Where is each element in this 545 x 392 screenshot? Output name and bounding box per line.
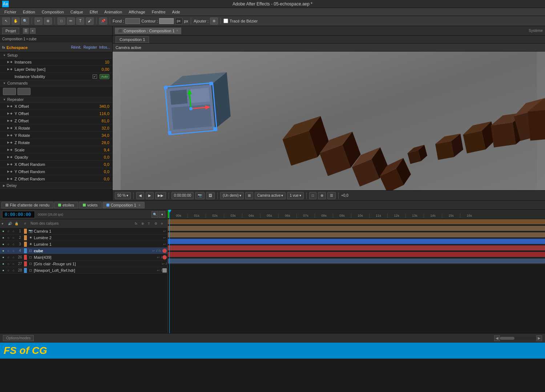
layer-row-light2[interactable]: ● ○ ○ 2 ☀ Lumière 2 ↩ [0, 234, 167, 241]
layer1-lock[interactable]: ○ [11, 229, 16, 234]
camera-orbit[interactable]: ⊕ [44, 17, 52, 25]
x-offset-row[interactable]: ▶◆ X Offset 340,0 [0, 103, 112, 110]
layer27-vis[interactable]: ● [1, 261, 6, 266]
text-tool[interactable]: T [76, 17, 84, 25]
scrollbar-thumb[interactable] [500, 337, 514, 340]
rotate-tool[interactable]: ↩ [35, 17, 43, 25]
repeater-group[interactable]: Repeater [0, 97, 112, 103]
pin-tool[interactable]: 📌 [99, 17, 107, 25]
next-frame-btn[interactable]: ▶▶ [155, 192, 166, 199]
z-rotate-row[interactable]: ▶◆ Z Rotate 28,0 [0, 139, 112, 146]
brush-tool[interactable]: 🖌 [86, 17, 94, 25]
layer4-lock[interactable]: ○ [11, 248, 16, 253]
menu-affichage[interactable]: Affichage [126, 9, 148, 15]
quality-dropdown[interactable]: (Un demi) ▾ [220, 192, 244, 199]
ajouter-btn[interactable]: ⊕ [210, 17, 218, 25]
layer26-lock[interactable]: ○ [11, 255, 16, 260]
infos-btn[interactable]: Infos... [99, 45, 110, 49]
y-offset-row[interactable]: ▶◆ Y Offset 116,0 [0, 110, 112, 117]
scroll-left-btn[interactable]: ◀ [494, 335, 500, 341]
scrollbar-track[interactable] [500, 337, 536, 340]
timeline-ruler[interactable]: 00s 01s 02s 03s 04s 05s 06s 07s 08s 09s … [168, 210, 545, 219]
register-btn[interactable]: Register [84, 45, 97, 49]
layer27-audio[interactable]: ○ [6, 261, 11, 266]
render-btn[interactable]: □ [309, 192, 316, 199]
instance-vis-row[interactable]: ▶ ◆ Instance Visibility ✓ Auto [0, 73, 112, 80]
layer-row-main[interactable]: ● ○ ○ 26 □ Main[439] ↩ / [0, 254, 167, 261]
y-offset-random-row[interactable]: ▶◆ Y Offset Random 0,0 [0, 168, 112, 175]
x-offset-random-row[interactable]: ▶◆ X Offset Random 0,0 [0, 161, 112, 168]
panel-menu-btn[interactable]: ☰ [327, 192, 336, 199]
zoom-display[interactable]: 50 % ▾ [115, 192, 131, 199]
layer2-vis[interactable]: ● [1, 235, 6, 240]
play-btn[interactable]: ▶ [146, 192, 154, 199]
time-display[interactable]: 0:00:00:00 [171, 192, 194, 199]
layer3-lock[interactable]: ○ [11, 242, 16, 247]
setup-group[interactable]: Setup [0, 52, 112, 58]
timeline-time-display[interactable]: 0:00:00:00 [2, 211, 35, 218]
view-options-btn[interactable]: ⊕ [318, 192, 326, 199]
menu-fenetre[interactable]: Fenêtre [149, 9, 169, 15]
pen-tool[interactable]: ✏ [67, 17, 75, 25]
track-row-1[interactable] [168, 219, 545, 225]
menu-composition[interactable]: Composition [39, 9, 67, 15]
layer2-audio[interactable]: ○ [6, 235, 11, 240]
layer4-vis[interactable]: ● [1, 248, 6, 253]
selection-tool[interactable]: ↖ [2, 17, 10, 25]
layer-row-gris[interactable]: ● ○ ○ 27 □ [Gris clair -Rouge uni 1] ↩ / [0, 261, 167, 267]
grid-btn[interactable]: ⊞ [245, 192, 253, 199]
fond-swatch[interactable] [125, 18, 140, 24]
prev-frame-btn[interactable]: ◀ [136, 192, 144, 199]
reinit-btn[interactable]: Réinit. [71, 45, 81, 49]
layer4-audio[interactable]: ○ [6, 248, 11, 253]
track-row-3[interactable] [168, 232, 545, 238]
menu-effet[interactable]: Effet [87, 9, 101, 15]
comp-tab-close[interactable]: × [176, 29, 178, 33]
instances-row[interactable]: ▶ ◆ Instances 10 [0, 58, 112, 66]
scale-row[interactable]: ▶◆ Scale 9,4 [0, 146, 112, 154]
z-offset-random-row[interactable]: ▶◆ Z Offset Random 0,0 [0, 175, 112, 183]
comp1-sub-tab[interactable]: Composition 1 [116, 36, 149, 43]
show-snapshot-btn[interactable]: 🖼 [206, 192, 215, 199]
comp1-tab[interactable]: Composition 1 × [102, 202, 145, 208]
track-row-26[interactable] [168, 245, 545, 251]
px-input[interactable] [175, 18, 182, 24]
commands-group[interactable]: Commands [0, 80, 112, 86]
scroll-right-btn[interactable]: ▶ [536, 335, 542, 341]
menu-animation[interactable]: Animation [101, 9, 125, 15]
contour-swatch[interactable] [159, 18, 174, 24]
layer1-audio[interactable]: ○ [6, 229, 11, 234]
layer27-lock[interactable]: ○ [11, 261, 16, 266]
tc-btn2[interactable]: ▾ [159, 211, 165, 218]
trace-checkbox[interactable] [223, 19, 228, 23]
track-row-28[interactable] [168, 258, 545, 264]
render-queue-tab[interactable]: File d'attente de rendu [1, 202, 53, 208]
cmd-btn-2[interactable] [17, 88, 31, 95]
zoom-tool[interactable]: 🔍 [21, 17, 29, 25]
options-modes-btn[interactable]: Options/modes [3, 335, 34, 341]
layer28-vis[interactable]: ● [1, 268, 6, 273]
opacity-row[interactable]: ▶◆ Opacity 0,0 [0, 154, 112, 161]
layer-row-newport[interactable]: ● ○ ○ 28 □ [Newport_Loft_Ref.hdr] ↩ / [0, 267, 167, 274]
menu-aide[interactable]: Aide [169, 9, 183, 15]
x-rotate-row[interactable]: ▶◆ X Rotate 32,0 [0, 124, 112, 132]
project-panel-close[interactable]: × [30, 28, 36, 34]
track-area[interactable] [168, 219, 545, 333]
y-rotate-row[interactable]: ▶◆ Y Rotate 34,0 [0, 132, 112, 139]
layer28-audio[interactable]: ○ [6, 268, 11, 273]
z-offset-row[interactable]: ▶◆ Z Offset 81,0 [0, 117, 112, 124]
instance-vis-checkbox[interactable]: ✓ [93, 74, 97, 79]
menu-fichier[interactable]: Fichier [1, 9, 19, 15]
layer26-audio[interactable]: ○ [6, 255, 11, 260]
layer1-vis[interactable]: ● [1, 229, 6, 234]
cmd-btn-1[interactable] [3, 88, 16, 95]
volets-tab[interactable]: volets [79, 202, 102, 208]
viewport-canvas[interactable] [113, 52, 545, 190]
layer2-lock[interactable]: ○ [11, 235, 16, 240]
snapshot-btn[interactable]: 📷 [195, 192, 205, 199]
comp1-tab-close[interactable]: × [138, 203, 141, 207]
views-dropdown[interactable]: 1 vue ▾ [287, 192, 303, 199]
project-tab[interactable]: Projet [2, 28, 19, 34]
hand-tool[interactable]: ✋ [12, 17, 20, 25]
rect-tool[interactable]: □ [57, 17, 65, 25]
